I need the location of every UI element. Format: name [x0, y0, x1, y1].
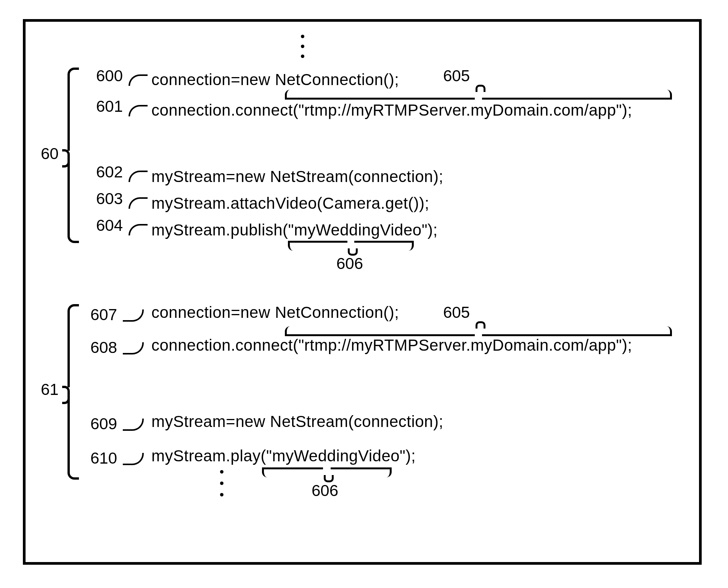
ref-604: 604 [96, 216, 123, 235]
leader-icon [123, 342, 144, 354]
leader-icon [129, 105, 148, 116]
code-line-609: myStream=new NetStream(connection); [151, 412, 444, 431]
ref-605: 605 [443, 303, 470, 322]
ref-603: 603 [96, 190, 123, 208]
ellipsis-dot [220, 470, 223, 474]
ref-607: 607 [90, 306, 117, 324]
ellipsis-dot [301, 35, 304, 38]
code-line-610: myStream.play("myWeddingVideo"); [151, 447, 416, 465]
overbrace-icon [285, 90, 672, 100]
code-line-604: myStream.publish("myWeddingVideo"); [151, 221, 438, 239]
code-line-600: connection=new NetConnection(); [151, 71, 399, 89]
leader-icon [129, 74, 148, 86]
ref-610: 610 [90, 449, 117, 467]
code-line-608: connection.connect("rtmp://myRTMPServer.… [151, 336, 632, 354]
ellipsis-dot [220, 493, 223, 496]
ref-606: 606 [336, 255, 363, 273]
leader-icon [123, 309, 144, 322]
ref-608: 608 [90, 338, 117, 357]
brace-icon [67, 304, 79, 480]
leader-icon [123, 419, 144, 431]
ref-601: 601 [96, 97, 123, 116]
overbrace-icon [285, 326, 672, 336]
code-line-602: myStream=new NetStream(connection); [151, 168, 444, 186]
ref-600: 600 [96, 67, 123, 85]
code-line-601: connection.connect("rtmp://myRTMPServer.… [151, 101, 632, 119]
ellipsis-dot [220, 482, 223, 485]
ellipsis-dot [301, 45, 304, 48]
group-label-61: 61 [41, 380, 59, 399]
leader-icon [129, 197, 148, 209]
group-label-60: 60 [41, 145, 59, 163]
ref-609: 609 [90, 415, 117, 433]
underbrace-icon [262, 467, 392, 477]
page: 60 600 connection=new NetConnection(); 6… [0, 0, 728, 588]
underbrace-icon [288, 241, 414, 251]
code-line-607: connection=new NetConnection(); [151, 303, 399, 322]
ref-602: 602 [96, 163, 123, 181]
code-line-603: myStream.attachVideo(Camera.get()); [151, 194, 429, 213]
leader-icon [123, 453, 144, 465]
ellipsis-dot [301, 55, 304, 58]
leader-icon [129, 171, 148, 182]
ref-605: 605 [443, 67, 470, 85]
leader-icon [129, 224, 148, 235]
ref-606: 606 [312, 482, 338, 500]
brace-icon [67, 68, 79, 243]
diagram-frame: 60 600 connection=new NetConnection(); 6… [23, 19, 702, 565]
